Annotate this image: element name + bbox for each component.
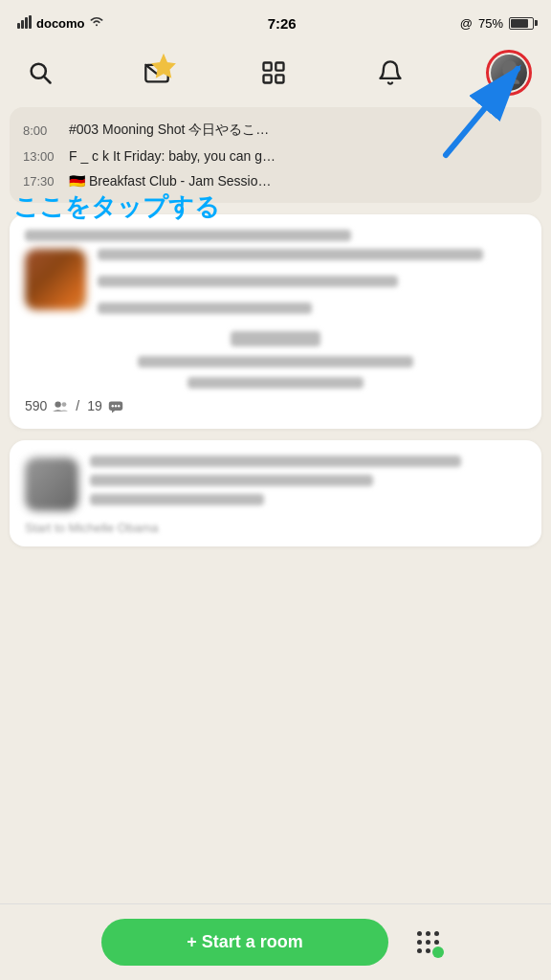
- schedule-item-2[interactable]: 13:00 F _ c k It Friday: baby, you can g…: [23, 144, 528, 168]
- grid-button[interactable]: [253, 52, 295, 94]
- schedule-item-3[interactable]: 17:30 🇩🇪 Breakfast Club - Jam Sessio…: [23, 168, 528, 193]
- card-content: [25, 249, 526, 322]
- people-count: 590: [25, 398, 68, 413]
- avatar: [491, 55, 527, 91]
- card2-line2: [90, 475, 373, 486]
- svg-rect-10: [264, 75, 272, 82]
- start-room-button[interactable]: + Start a room: [101, 919, 388, 966]
- schedule-title-1: #003 Mooning Shot 今日やるこ…: [69, 122, 528, 139]
- card-avatar: [25, 249, 86, 310]
- card2-bottom-text: Start to Michelle Obama: [25, 521, 526, 535]
- at-symbol: @: [460, 16, 473, 31]
- schedule-time-2: 13:00: [23, 149, 69, 164]
- schedule-time-3: 17:30: [23, 174, 69, 189]
- room-card-2[interactable]: Start to Michelle Obama: [10, 440, 541, 546]
- card-title-blur: [25, 230, 351, 241]
- card-line-2: [98, 276, 398, 287]
- card2-content: [25, 456, 526, 513]
- wifi-icon: [89, 16, 104, 31]
- chat-count: 19: [87, 398, 122, 413]
- bell-button[interactable]: [369, 52, 411, 94]
- mail-button[interactable]: [136, 52, 178, 94]
- schedule-title-2: F _ c k It Friday: baby, you can g…: [69, 148, 528, 164]
- battery-percent: 75%: [478, 16, 503, 31]
- bottom-bar: + Start a room: [0, 903, 551, 980]
- status-time: 7:26: [268, 15, 297, 32]
- battery-icon: [509, 17, 534, 30]
- search-button[interactable]: [19, 52, 61, 94]
- svg-point-14: [55, 402, 61, 408]
- svg-point-15: [62, 402, 67, 407]
- svg-rect-11: [276, 75, 283, 82]
- schedule-title-3: 🇩🇪 Breakfast Club - Jam Sessio…: [69, 173, 528, 189]
- carrier-name: docomo: [36, 16, 85, 31]
- signal-icon: [17, 15, 33, 32]
- card-line-center: [231, 331, 320, 346]
- card-line-1: [98, 249, 483, 260]
- svg-point-19: [118, 405, 120, 407]
- card2-line1: [90, 456, 461, 467]
- dots-menu-button[interactable]: [408, 922, 450, 964]
- svg-rect-8: [264, 63, 272, 71]
- svg-point-17: [111, 405, 113, 407]
- card-stats: 590 / 19: [25, 398, 526, 413]
- divider-slash: /: [76, 398, 79, 413]
- svg-rect-0: [17, 23, 20, 29]
- svg-rect-3: [29, 15, 32, 29]
- card-line-3: [98, 302, 312, 314]
- online-indicator: [432, 947, 444, 958]
- schedule-item-1[interactable]: 8:00 #003 Mooning Shot 今日やるこ…: [23, 117, 528, 144]
- schedule-section: 8:00 #003 Mooning Shot 今日やるこ… 13:00 F _ …: [10, 107, 541, 203]
- card2-text: [90, 456, 526, 513]
- status-right: @ 75%: [460, 16, 534, 31]
- svg-point-18: [114, 405, 116, 407]
- svg-rect-2: [25, 17, 28, 29]
- schedule-time-1: 8:00: [23, 123, 69, 138]
- card-line-sm: [187, 377, 363, 389]
- room-card-1[interactable]: 590 / 19: [10, 214, 541, 429]
- carrier-info: docomo: [17, 15, 104, 32]
- profile-avatar-button[interactable]: [486, 50, 532, 96]
- status-bar: docomo 7:26 @ 75%: [0, 0, 551, 42]
- card-line-bottom: [138, 356, 413, 368]
- card2-line3: [90, 494, 264, 505]
- svg-marker-7: [152, 55, 174, 77]
- svg-rect-1: [21, 20, 24, 29]
- svg-line-5: [44, 77, 50, 82]
- card2-avatar: [25, 457, 78, 511]
- card-text: [98, 249, 526, 322]
- svg-rect-9: [276, 63, 283, 71]
- top-nav: [0, 42, 551, 107]
